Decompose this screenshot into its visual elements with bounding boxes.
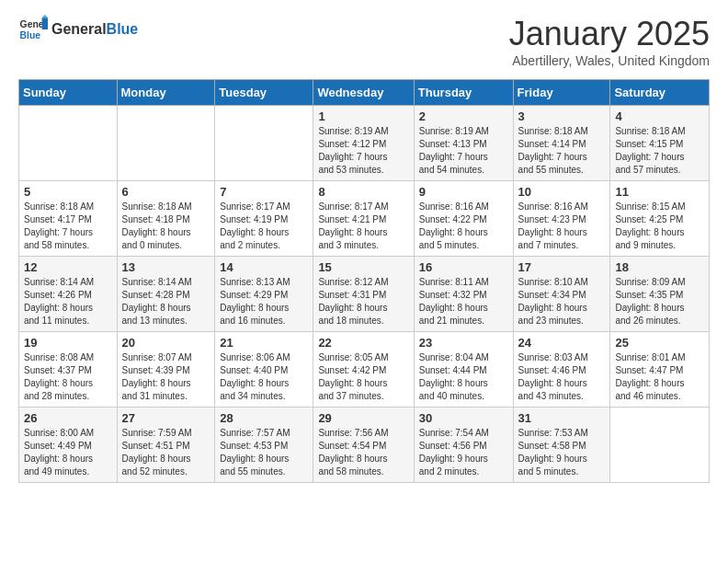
- day-info: Sunrise: 7:56 AMSunset: 4:54 PMDaylight:…: [318, 427, 408, 478]
- week-row-2: 5Sunrise: 8:18 AMSunset: 4:17 PMDaylight…: [19, 181, 710, 257]
- svg-marker-3: [42, 15, 48, 17]
- header: General Blue General Blue January 2025 A…: [18, 15, 710, 68]
- day-info: Sunrise: 8:19 AMSunset: 4:12 PMDaylight:…: [318, 125, 408, 177]
- title-area: January 2025 Abertillery, Wales, United …: [509, 15, 710, 68]
- day-cell-19: 19Sunrise: 8:08 AMSunset: 4:37 PMDayligh…: [19, 332, 118, 408]
- weekday-header-monday: Monday: [117, 80, 215, 106]
- day-info: Sunrise: 8:14 AMSunset: 4:26 PMDaylight:…: [24, 276, 112, 327]
- day-cell-12: 12Sunrise: 8:14 AMSunset: 4:26 PMDayligh…: [19, 257, 118, 332]
- day-cell-28: 28Sunrise: 7:57 AMSunset: 4:53 PMDayligh…: [215, 408, 313, 483]
- day-number: 18: [615, 260, 704, 274]
- day-cell-30: 30Sunrise: 7:54 AMSunset: 4:56 PMDayligh…: [414, 408, 513, 483]
- day-info: Sunrise: 8:00 AMSunset: 4:49 PMDaylight:…: [24, 427, 112, 478]
- month-title: January 2025: [509, 15, 710, 53]
- weekday-header-sunday: Sunday: [19, 80, 118, 106]
- day-info: Sunrise: 8:15 AMSunset: 4:25 PMDaylight:…: [615, 201, 704, 252]
- day-cell-7: 7Sunrise: 8:17 AMSunset: 4:19 PMDaylight…: [215, 181, 313, 257]
- location: Abertillery, Wales, United Kingdom: [509, 53, 710, 68]
- day-info: Sunrise: 8:03 AMSunset: 4:46 PMDaylight:…: [518, 351, 606, 403]
- empty-cell: [610, 408, 710, 483]
- day-number: 22: [318, 336, 408, 350]
- day-cell-23: 23Sunrise: 8:04 AMSunset: 4:44 PMDayligh…: [414, 332, 513, 408]
- day-number: 4: [615, 109, 704, 123]
- day-cell-24: 24Sunrise: 8:03 AMSunset: 4:46 PMDayligh…: [513, 332, 610, 408]
- day-number: 31: [518, 411, 606, 425]
- day-number: 7: [220, 185, 308, 199]
- day-cell-10: 10Sunrise: 8:16 AMSunset: 4:23 PMDayligh…: [513, 181, 610, 257]
- day-cell-3: 3Sunrise: 8:18 AMSunset: 4:14 PMDaylight…: [513, 106, 610, 181]
- day-info: Sunrise: 8:05 AMSunset: 4:42 PMDaylight:…: [318, 351, 408, 403]
- day-info: Sunrise: 8:16 AMSunset: 4:23 PMDaylight:…: [518, 201, 606, 252]
- day-number: 21: [220, 336, 308, 350]
- day-number: 5: [24, 185, 112, 199]
- week-row-3: 12Sunrise: 8:14 AMSunset: 4:26 PMDayligh…: [19, 257, 710, 332]
- day-info: Sunrise: 7:54 AMSunset: 4:56 PMDaylight:…: [419, 427, 508, 478]
- day-number: 13: [122, 260, 210, 274]
- logo-blue-text: Blue: [107, 21, 139, 38]
- logo-general-text: General: [51, 21, 107, 38]
- day-cell-1: 1Sunrise: 8:19 AMSunset: 4:12 PMDaylight…: [313, 106, 414, 181]
- day-number: 17: [518, 260, 606, 274]
- day-cell-14: 14Sunrise: 8:13 AMSunset: 4:29 PMDayligh…: [215, 257, 313, 332]
- week-row-5: 26Sunrise: 8:00 AMSunset: 4:49 PMDayligh…: [19, 408, 710, 483]
- day-number: 26: [24, 411, 112, 425]
- day-number: 28: [220, 411, 308, 425]
- day-cell-29: 29Sunrise: 7:56 AMSunset: 4:54 PMDayligh…: [313, 408, 414, 483]
- weekday-header-thursday: Thursday: [414, 80, 513, 106]
- day-number: 6: [122, 185, 210, 199]
- day-cell-20: 20Sunrise: 8:07 AMSunset: 4:39 PMDayligh…: [117, 332, 215, 408]
- day-info: Sunrise: 8:13 AMSunset: 4:29 PMDaylight:…: [220, 276, 308, 327]
- day-info: Sunrise: 8:17 AMSunset: 4:21 PMDaylight:…: [318, 201, 408, 252]
- day-info: Sunrise: 8:06 AMSunset: 4:40 PMDaylight:…: [220, 351, 308, 403]
- day-number: 23: [419, 336, 508, 350]
- empty-cell: [117, 106, 215, 181]
- logo-icon: General Blue: [18, 15, 48, 44]
- week-row-1: 1Sunrise: 8:19 AMSunset: 4:12 PMDaylight…: [19, 106, 710, 181]
- day-info: Sunrise: 8:04 AMSunset: 4:44 PMDaylight:…: [419, 351, 508, 403]
- empty-cell: [19, 106, 118, 181]
- day-info: Sunrise: 8:16 AMSunset: 4:22 PMDaylight:…: [419, 201, 508, 252]
- day-number: 30: [419, 411, 508, 425]
- weekday-header-saturday: Saturday: [610, 80, 710, 106]
- day-info: Sunrise: 8:14 AMSunset: 4:28 PMDaylight:…: [122, 276, 210, 327]
- day-cell-6: 6Sunrise: 8:18 AMSunset: 4:18 PMDaylight…: [117, 181, 215, 257]
- day-cell-25: 25Sunrise: 8:01 AMSunset: 4:47 PMDayligh…: [610, 332, 710, 408]
- empty-cell: [215, 106, 313, 181]
- weekday-header-tuesday: Tuesday: [215, 80, 313, 106]
- day-info: Sunrise: 7:59 AMSunset: 4:51 PMDaylight:…: [122, 427, 210, 478]
- day-number: 9: [419, 185, 508, 199]
- day-cell-17: 17Sunrise: 8:10 AMSunset: 4:34 PMDayligh…: [513, 257, 610, 332]
- day-number: 3: [518, 109, 606, 123]
- day-number: 11: [615, 185, 704, 199]
- day-cell-4: 4Sunrise: 8:18 AMSunset: 4:15 PMDaylight…: [610, 106, 710, 181]
- day-cell-16: 16Sunrise: 8:11 AMSunset: 4:32 PMDayligh…: [414, 257, 513, 332]
- day-info: Sunrise: 8:18 AMSunset: 4:14 PMDaylight:…: [518, 125, 606, 177]
- day-cell-22: 22Sunrise: 8:05 AMSunset: 4:42 PMDayligh…: [313, 332, 414, 408]
- svg-marker-2: [42, 17, 48, 29]
- day-number: 12: [24, 260, 112, 274]
- day-number: 29: [318, 411, 408, 425]
- day-number: 10: [518, 185, 606, 199]
- day-info: Sunrise: 8:18 AMSunset: 4:18 PMDaylight:…: [122, 201, 210, 252]
- day-cell-13: 13Sunrise: 8:14 AMSunset: 4:28 PMDayligh…: [117, 257, 215, 332]
- day-number: 8: [318, 185, 408, 199]
- day-cell-31: 31Sunrise: 7:53 AMSunset: 4:58 PMDayligh…: [513, 408, 610, 483]
- day-cell-5: 5Sunrise: 8:18 AMSunset: 4:17 PMDaylight…: [19, 181, 118, 257]
- day-info: Sunrise: 7:53 AMSunset: 4:58 PMDaylight:…: [518, 427, 606, 478]
- page: General Blue General Blue January 2025 A…: [0, 0, 728, 498]
- day-info: Sunrise: 8:09 AMSunset: 4:35 PMDaylight:…: [615, 276, 704, 327]
- day-info: Sunrise: 8:12 AMSunset: 4:31 PMDaylight:…: [318, 276, 408, 327]
- day-number: 19: [24, 336, 112, 350]
- week-row-4: 19Sunrise: 8:08 AMSunset: 4:37 PMDayligh…: [19, 332, 710, 408]
- weekday-header-row: SundayMondayTuesdayWednesdayThursdayFrid…: [19, 80, 710, 106]
- day-info: Sunrise: 8:18 AMSunset: 4:15 PMDaylight:…: [615, 125, 704, 177]
- day-info: Sunrise: 8:01 AMSunset: 4:47 PMDaylight:…: [615, 351, 704, 403]
- day-info: Sunrise: 8:11 AMSunset: 4:32 PMDaylight:…: [419, 276, 508, 327]
- logo: General Blue General Blue: [18, 15, 138, 44]
- day-info: Sunrise: 8:19 AMSunset: 4:13 PMDaylight:…: [419, 125, 508, 177]
- weekday-header-wednesday: Wednesday: [313, 80, 414, 106]
- day-cell-11: 11Sunrise: 8:15 AMSunset: 4:25 PMDayligh…: [610, 181, 710, 257]
- day-cell-15: 15Sunrise: 8:12 AMSunset: 4:31 PMDayligh…: [313, 257, 414, 332]
- day-cell-26: 26Sunrise: 8:00 AMSunset: 4:49 PMDayligh…: [19, 408, 118, 483]
- day-number: 27: [122, 411, 210, 425]
